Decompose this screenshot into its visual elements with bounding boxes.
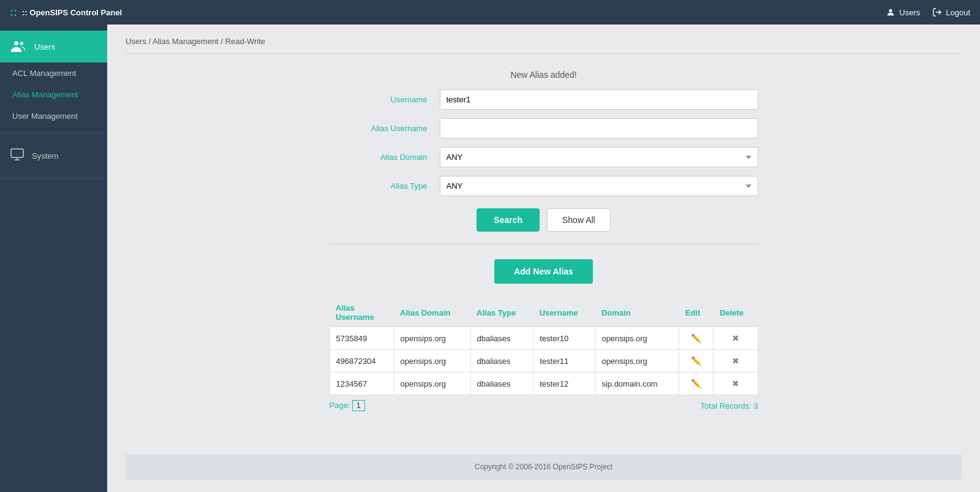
cell-alias_username: 1234567 — [330, 373, 394, 395]
username-row: Username — [330, 89, 758, 110]
sidebar-users-submenu: ACL Management Alias Management User Man… — [0, 62, 107, 127]
cell-domain: opensips.org — [595, 350, 679, 373]
cell-delete: ✖ — [714, 327, 758, 350]
table-row: 1234567opensips.orgdbaliasestester12sip.… — [330, 373, 758, 395]
cell-domain: opensips.org — [595, 327, 679, 350]
system-label: System — [32, 151, 58, 161]
alias-domain-select[interactable]: ANY — [440, 147, 758, 167]
username-input[interactable] — [440, 89, 758, 110]
user-mgmt-label: User Management — [12, 112, 78, 121]
users-nav-icon — [886, 7, 895, 17]
cell-alias_username: 5735849 — [330, 327, 394, 350]
edit-button-1[interactable]: ✏️ — [688, 355, 704, 367]
col-domain: Domain — [595, 298, 679, 327]
cell-alias_type: dbaliases — [470, 350, 533, 373]
system-icon — [10, 147, 24, 165]
delete-button-0[interactable]: ✖ — [729, 332, 742, 344]
alias-label: Alias Management — [12, 90, 78, 99]
cell-delete: ✖ — [714, 350, 758, 373]
sidebar: Users ACL Management Alias Management Us… — [0, 25, 107, 492]
add-section: Add New Alias — [330, 259, 758, 284]
logout-nav-label: Logout — [946, 8, 970, 17]
edit-button-0[interactable]: ✏️ — [688, 332, 704, 344]
sidebar-item-acl[interactable]: ACL Management — [0, 62, 107, 84]
table-body: 5735849opensips.orgdbaliasestester10open… — [330, 327, 758, 395]
users-nav-label: Users — [899, 8, 920, 17]
alias-username-row: Alias Username — [330, 118, 758, 138]
alias-type-row: Alias Type ANY — [330, 176, 758, 196]
delete-button-1[interactable]: ✖ — [729, 355, 742, 367]
svg-rect-3 — [11, 149, 23, 157]
alias-username-input[interactable] — [440, 118, 758, 138]
breadcrumb: Users / Alias Management / Read-Write — [126, 37, 962, 54]
col-edit: Edit — [679, 298, 714, 327]
app-title-text: :: OpenSIPS Control Panel — [22, 8, 122, 17]
app-title: :: :: OpenSIPS Control Panel — [10, 6, 122, 19]
col-alias-username: AliasUsername — [330, 298, 394, 327]
alias-type-label: Alias Type — [330, 181, 440, 191]
delete-button-2[interactable]: ✖ — [729, 377, 742, 390]
col-alias-domain: Alias Domain — [394, 298, 470, 327]
cell-alias_domain: opensips.org — [394, 373, 470, 395]
sidebar-users-label: Users — [34, 42, 55, 51]
breadcrumb-text: Users / Alias Management / Read-Write — [126, 37, 265, 46]
topbar: :: :: OpenSIPS Control Panel Users Logou… — [0, 0, 980, 25]
layout: Users ACL Management Alias Management Us… — [0, 25, 980, 492]
col-alias-type: Alias Type — [470, 298, 533, 327]
alias-table-section: AliasUsername Alias Domain Alias Type Us… — [330, 298, 758, 411]
cell-alias_username: 496872304 — [330, 350, 394, 373]
table-row: 496872304opensips.orgdbaliasestester11op… — [330, 350, 758, 373]
footer-text: Copyright © 2006-2016 OpenSIPS Project — [475, 463, 612, 471]
search-buttons: Search Show All — [330, 208, 758, 244]
sidebar-section-users: Users ACL Management Alias Management Us… — [0, 25, 107, 134]
users-icon-svg — [10, 38, 27, 55]
show-all-button[interactable]: Show All — [547, 208, 611, 232]
cell-domain: sip.domain.com — [595, 373, 679, 395]
cell-username: tester10 — [533, 327, 595, 350]
success-message: New Alias added! — [330, 70, 758, 80]
system-icon-svg — [10, 147, 24, 162]
page-info: Page: 1 — [330, 400, 365, 411]
cell-edit: ✏️ — [679, 373, 714, 395]
alias-type-select[interactable]: ANY — [440, 176, 758, 196]
cell-alias_type: dbaliases — [470, 373, 533, 395]
sidebar-section-system: System — [0, 134, 107, 179]
sidebar-item-user-mgmt[interactable]: User Management — [0, 105, 107, 127]
footer: Copyright © 2006-2016 OpenSIPS Project — [126, 454, 962, 480]
alias-domain-label: Alias Domain — [330, 153, 440, 162]
opensips-logo: :: — [10, 6, 17, 19]
table-header: AliasUsername Alias Domain Alias Type Us… — [330, 298, 758, 327]
total-records: Total Records: 3 — [701, 401, 758, 411]
topbar-right: Users Logout — [886, 7, 970, 17]
username-label: Username — [330, 95, 440, 104]
cell-username: tester12 — [533, 373, 595, 395]
table-footer: Page: 1 Total Records: 3 — [330, 400, 758, 411]
cell-alias_domain: opensips.org — [394, 327, 470, 350]
alias-form: New Alias added! Username Alias Username… — [330, 64, 758, 417]
svg-point-1 — [14, 41, 18, 45]
add-new-alias-button[interactable]: Add New Alias — [494, 259, 593, 284]
alias-table: AliasUsername Alias Domain Alias Type Us… — [330, 298, 758, 395]
table-row: 5735849opensips.orgdbaliasestester10open… — [330, 327, 758, 350]
svg-point-2 — [20, 42, 23, 45]
edit-button-2[interactable]: ✏️ — [688, 377, 704, 390]
acl-label: ACL Management — [12, 69, 76, 78]
sidebar-item-alias[interactable]: Alias Management — [0, 84, 107, 105]
sidebar-item-system[interactable]: System — [0, 140, 107, 172]
col-delete: Delete — [714, 298, 758, 327]
cell-username: tester11 — [533, 350, 595, 373]
search-button[interactable]: Search — [477, 208, 540, 232]
cell-edit: ✏️ — [679, 350, 714, 373]
svg-point-0 — [889, 9, 892, 12]
users-nav[interactable]: Users — [886, 7, 920, 17]
cell-delete: ✖ — [714, 373, 758, 395]
sidebar-item-users[interactable]: Users — [0, 31, 107, 62]
logout-nav[interactable]: Logout — [932, 7, 970, 17]
col-username: Username — [533, 298, 595, 327]
logout-icon — [932, 7, 942, 17]
page-number[interactable]: 1 — [352, 400, 365, 411]
cell-alias_type: dbaliases — [470, 327, 533, 350]
users-sidebar-icon — [10, 38, 27, 55]
page-label: Page: — [330, 401, 350, 410]
alias-username-label: Alias Username — [330, 124, 440, 133]
